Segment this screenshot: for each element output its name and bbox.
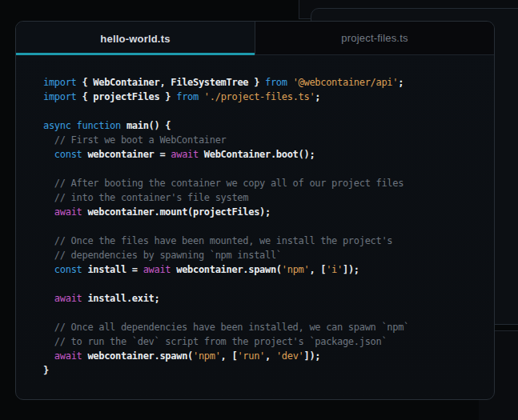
code-line: async function main() { [43,118,483,133]
code-line: import { WebContainer, FileSystemTree } … [43,75,483,90]
code-line: const install = await webcontainer.spawn… [43,262,483,277]
code-example-window: hello-world.tsproject-files.ts import { … [15,21,495,400]
code-line [43,104,483,118]
page-background: hello-world.tsproject-files.ts import { … [0,0,518,420]
tab-bar: hello-world.tsproject-files.ts [16,22,494,55]
code-line: // to run the `dev` script from the proj… [43,334,483,349]
code-line: // Once all dependencies have been insta… [43,320,483,334]
code-line [43,306,483,320]
code-line: } [43,363,483,378]
code-line: // First we boot a WebContainer [43,133,483,147]
code-line [43,219,483,234]
tab-hello-world-ts[interactable]: hello-world.ts [16,22,255,55]
code-line: // After booting the container we copy a… [43,176,483,190]
code-line: await webcontainer.mount(projectFiles); [43,205,483,219]
code-line: await webcontainer.spawn('npm', ['run', … [43,349,483,363]
code-line [43,162,483,176]
code-line: // into the container's file system [43,190,483,205]
code-block: import { WebContainer, FileSystemTree } … [16,55,494,378]
code-line: const webcontainer = await WebContainer.… [43,147,483,162]
code-line: // dependencies by spawning `npm install… [43,248,483,262]
code-line [43,277,483,291]
code-line: import { projectFiles } from './project-… [43,90,483,104]
tab-project-files-ts[interactable]: project-files.ts [255,22,494,55]
code-line: // Once the files have been mounted, we … [43,234,483,248]
code-line: await install.exit; [43,291,483,306]
